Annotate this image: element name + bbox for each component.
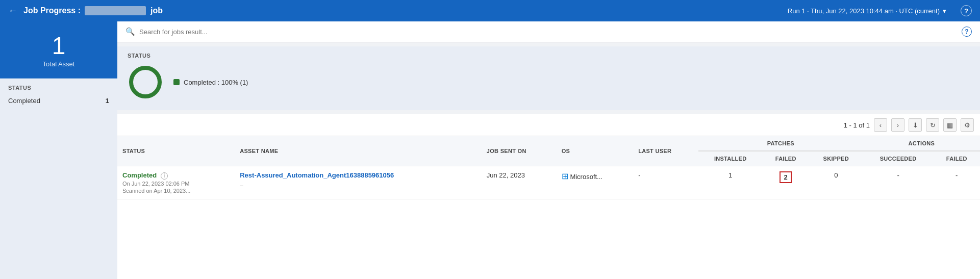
cell-installed: 1 [698, 166, 763, 199]
status-date: On Jun 22, 2023 02:06 PM [122, 181, 230, 187]
total-label: Total Asset [8, 60, 109, 68]
table-row: Completed i On Jun 22, 2023 02:06 PM Sca… [117, 166, 980, 199]
settings-button[interactable]: ⚙ [961, 118, 974, 132]
cell-status: Completed i On Jun 22, 2023 02:06 PM Sca… [117, 166, 235, 199]
table-section: 1 - 1 of 1 ‹ › ⬇ ↻ ▦ ⚙ STATUS ASSET NAME… [117, 114, 980, 279]
col-skipped: SKIPPED [809, 151, 863, 166]
status-section: STATUS Completed : 100% (1) [117, 46, 980, 110]
col-failed: FAILED [762, 151, 809, 166]
job-name-masked [85, 6, 146, 15]
cell-job-sent-on: Jun 22, 2023 [482, 166, 557, 199]
sidebar-status-row-completed[interactable]: Completed 1 [8, 95, 109, 107]
col-asset-name: ASSET NAME [235, 136, 482, 166]
sidebar-status-section: STATUS Completed 1 [0, 79, 117, 279]
col-job-sent-on: JOB SENT ON [482, 136, 557, 166]
status-scan: Scanned on Apr 10, 2023... [122, 188, 230, 194]
next-page-button[interactable]: › [891, 118, 904, 132]
svg-point-1 [131, 68, 160, 96]
content-area: 🔍 ? STATUS Completed : 100% (1) [117, 21, 980, 279]
cell-last-user: - [633, 166, 698, 199]
help-button[interactable]: ? [961, 5, 972, 16]
col-actions-failed: FAILED [933, 151, 980, 166]
col-installed: INSTALLED [698, 151, 763, 166]
run-label: Run 1 · Thu, Jun 22, 2023 10:44 am · UTC… [788, 7, 940, 15]
legend-dot-completed [173, 79, 180, 85]
asset-link[interactable]: Rest-Assured_Automation_Agent16388859610… [240, 171, 394, 179]
run-info[interactable]: Run 1 · Thu, Jun 22, 2023 10:44 am · UTC… [788, 7, 946, 15]
status-value: Completed [122, 171, 157, 179]
legend-label: Completed : 100% (1) [184, 79, 248, 86]
table-toolbar: 1 - 1 of 1 ‹ › ⬇ ↻ ▦ ⚙ [117, 114, 980, 136]
asset-sub: _ [240, 180, 476, 186]
col-last-user: LAST USER [633, 136, 698, 166]
sidebar-status-count: 1 [106, 97, 109, 105]
search-icon: 🔍 [125, 27, 135, 36]
sidebar-status-heading: STATUS [8, 85, 109, 91]
legend-completed: Completed : 100% (1) [173, 79, 248, 86]
failed-count-box: 2 [780, 171, 792, 183]
donut-chart [128, 64, 163, 100]
cell-failed: 2 [762, 166, 809, 199]
cell-succeeded: - [863, 166, 934, 199]
main-layout: 1 Total Asset STATUS Completed 1 🔍 ? STA… [0, 21, 980, 279]
sidebar-summary: 1 Total Asset [0, 21, 117, 79]
back-button[interactable]: ← [8, 6, 17, 16]
cell-skipped: 0 [809, 166, 863, 199]
top-header: ← Job Progress : job Run 1 · Thu, Jun 22… [0, 0, 980, 21]
status-heading: STATUS [128, 53, 150, 59]
prev-page-button[interactable]: ‹ [874, 118, 887, 132]
total-count: 1 [8, 34, 109, 58]
cell-asset-name: Rest-Assured_Automation_Agent16388859610… [235, 166, 482, 199]
col-os: OS [557, 136, 633, 166]
col-patches-group: PATCHES [698, 136, 863, 151]
search-help-icon[interactable]: ? [962, 27, 972, 37]
cell-actions-failed: - [933, 166, 980, 199]
pagination-info: 1 - 1 of 1 [844, 121, 870, 129]
os-label: Microsoft... [570, 173, 602, 181]
status-section-label: STATUS Completed : 100% (1) [128, 52, 248, 105]
chart-button[interactable]: ▦ [943, 118, 957, 132]
info-icon[interactable]: i [161, 172, 168, 180]
title-suffix: job [150, 6, 163, 15]
donut-container: Completed : 100% (1) [128, 59, 248, 105]
col-succeeded: SUCCEEDED [863, 151, 934, 166]
download-button[interactable]: ⬇ [909, 118, 922, 132]
search-input[interactable] [139, 28, 958, 36]
cell-os: ⊞ Microsoft... [557, 166, 633, 199]
page-title: Job Progress : job [23, 6, 163, 16]
windows-icon: ⊞ [562, 172, 568, 181]
results-table: STATUS ASSET NAME JOB SENT ON OS LAST US… [117, 136, 980, 199]
sidebar: 1 Total Asset STATUS Completed 1 [0, 21, 117, 279]
col-status: STATUS [117, 136, 235, 166]
refresh-button[interactable]: ↻ [926, 118, 939, 132]
search-bar: 🔍 ? [117, 21, 980, 42]
title-prefix: Job Progress : [23, 6, 81, 15]
chevron-down-icon: ▾ [943, 7, 946, 15]
col-actions-group: ACTIONS [863, 136, 980, 151]
sidebar-status-name: Completed [8, 97, 40, 105]
